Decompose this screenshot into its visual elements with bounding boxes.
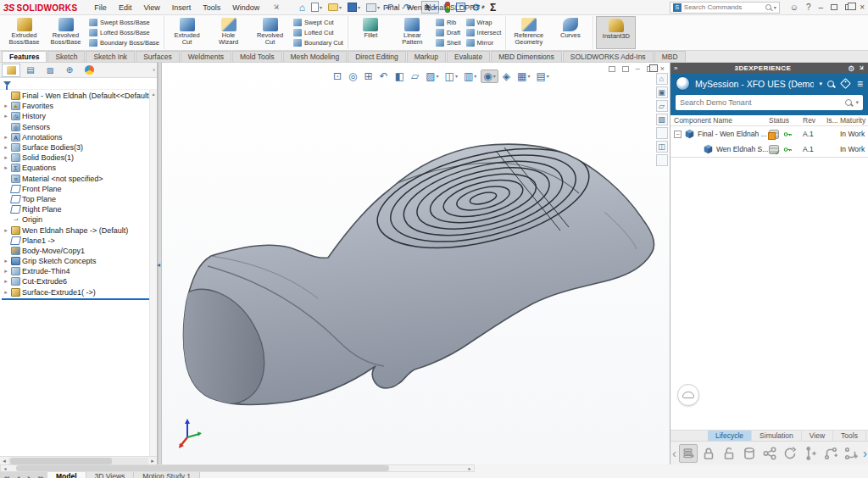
hscroll-thumb[interactable] xyxy=(16,465,389,471)
panel-gear-icon[interactable]: ⚙ xyxy=(848,64,854,73)
command-tab[interactable]: Evaluate xyxy=(447,51,490,62)
maximize-button[interactable] xyxy=(831,4,837,10)
command-search-input[interactable] xyxy=(684,3,763,11)
actions-scroll-right-icon[interactable]: › xyxy=(862,446,868,460)
restore-button[interactable] xyxy=(845,4,852,10)
command-tab[interactable]: Weldments xyxy=(181,51,231,62)
curves-button[interactable]: Curves xyxy=(550,16,590,49)
tree-item[interactable]: ▸ Solid Bodies(1) xyxy=(0,153,157,163)
sheet-tab[interactable]: 3D Views xyxy=(86,472,135,478)
branch-add-icon[interactable] xyxy=(842,444,860,463)
extruded-cut-button[interactable]: ExtrudedCut xyxy=(167,16,207,49)
ribbon-small-button[interactable]: Lofted Boss/Base xyxy=(87,28,161,37)
command-tab[interactable]: Surfaces xyxy=(136,51,180,62)
extruded-boss-base-button[interactable]: ExtrudedBoss/Base xyxy=(4,16,44,49)
pin-icon[interactable]: ✈ xyxy=(271,2,283,14)
command-tab[interactable]: Markup xyxy=(407,51,446,62)
component-row[interactable]: − Final - Wen Eldnah ... A.1 In Work xyxy=(670,126,868,142)
menu-item[interactable]: View xyxy=(138,2,164,14)
insert-component-icon[interactable] xyxy=(801,444,820,463)
nav-first-icon[interactable]: ◂◂ xyxy=(4,474,9,478)
undo-button[interactable]: ↶▾ xyxy=(386,3,398,13)
row-expander[interactable] xyxy=(693,146,700,153)
command-tab[interactable]: Mesh Modeling xyxy=(283,51,348,62)
expand-arrow-icon[interactable]: ▸ xyxy=(3,278,9,285)
tree-item[interactable]: Plane1 -> xyxy=(0,236,157,246)
col-status[interactable]: Status xyxy=(769,116,803,125)
col-is[interactable]: Is... xyxy=(826,116,840,125)
command-tab[interactable]: Mold Tools xyxy=(232,51,281,62)
part-box-icon[interactable]: ▣ xyxy=(656,86,668,98)
ribbon-small-button[interactable]: Swept Cut xyxy=(292,18,345,27)
hole-wizard-button[interactable]: HoleWizard xyxy=(209,16,248,49)
session-title[interactable]: MySession - XFO UES (Demo ... xyxy=(695,79,814,89)
ribbon-small-button[interactable]: Wrap xyxy=(465,18,504,27)
ribbon-small-button[interactable]: Intersect xyxy=(465,28,504,37)
tree-item[interactable]: ▸ Annotations xyxy=(0,132,157,142)
tree-item[interactable]: ▸ Grip Sketch Concepts xyxy=(0,256,157,266)
expand-arrow-icon[interactable]: ▸ xyxy=(3,289,9,296)
nav-next-icon[interactable]: ▸ xyxy=(28,474,31,478)
tree-item[interactable]: ▸ Surface Bodies(3) xyxy=(0,142,157,153)
command-tab[interactable]: Features xyxy=(2,51,47,62)
tree-scrollbar[interactable]: ▴ xyxy=(149,90,157,456)
graphics-viewport[interactable]: – × ⊡ ◎ ⊞ xyxy=(162,63,670,464)
tree-filter-row[interactable] xyxy=(0,78,157,90)
tenant-search-input[interactable] xyxy=(680,98,842,107)
col-rev[interactable]: Rev xyxy=(803,116,826,125)
panel-tab[interactable]: Lifecycle xyxy=(708,431,752,441)
expand-arrow-icon[interactable]: ▸ xyxy=(3,154,9,161)
tree-item[interactable]: Material <not specified> xyxy=(0,174,157,184)
col-component-name[interactable]: Component Name xyxy=(674,116,769,125)
ribbon-small-button[interactable]: Swept Boss/Base xyxy=(87,18,161,27)
scroll-track[interactable] xyxy=(8,458,148,464)
ribbon-small-button[interactable]: Shell xyxy=(434,38,463,47)
command-search[interactable]: S ▾ xyxy=(670,2,780,14)
command-tab[interactable]: Sketch Ink xyxy=(86,51,135,62)
scroll-left-icon[interactable]: ◂ xyxy=(0,458,8,464)
tree-item[interactable]: ▸ Extrude-Thin4 xyxy=(0,266,157,276)
rollback-bar[interactable] xyxy=(2,298,155,300)
tab-configurationmanager[interactable]: ▨ xyxy=(41,64,59,77)
revolved-boss-base-button[interactable]: RevolvedBoss/Base xyxy=(46,16,86,49)
shoe-last-3d-model[interactable] xyxy=(162,63,670,464)
nav-last-icon[interactable]: ▸▸ xyxy=(38,474,43,478)
tree-item[interactable]: Origin xyxy=(0,214,157,225)
actions-scroll-left-icon[interactable]: ‹ xyxy=(671,446,677,460)
command-tab[interactable]: SOLIDWORKS Add-Ins xyxy=(563,51,654,62)
home-button[interactable]: ⌂ xyxy=(299,3,305,13)
ribbon-small-button[interactable]: Boundary Boss/Base xyxy=(87,38,161,47)
equations-button[interactable]: Σ xyxy=(490,3,496,13)
panel-tab[interactable]: Simulation xyxy=(752,431,802,441)
tree-item[interactable]: Front Plane xyxy=(0,184,157,194)
tab-dimxpertmanager[interactable]: ⊕ xyxy=(60,64,79,77)
rebuild-button[interactable] xyxy=(445,2,450,13)
tree-item[interactable]: ▸ History xyxy=(0,111,157,121)
hamburger-menu-icon[interactable]: ≡ xyxy=(857,80,863,88)
tree-item[interactable]: Final - Wen Eldnah (Default<<Default>_Di… xyxy=(0,91,157,101)
tree-item[interactable]: ▸ Surface-Extrude1( ->) xyxy=(0,287,157,297)
ribbon-small-button[interactable]: Boundary Cut xyxy=(292,38,345,47)
menu-item[interactable]: File xyxy=(89,2,112,14)
tree-item[interactable]: Top Plane xyxy=(0,194,157,204)
fillet-button[interactable]: Fillet xyxy=(351,16,391,49)
print-button[interactable]: ▾ xyxy=(366,3,380,12)
home-icon[interactable]: ⌂ xyxy=(656,73,668,85)
ribbon-small-button[interactable]: Rib xyxy=(434,18,463,27)
search-caret-icon[interactable]: ▾ xyxy=(855,99,859,106)
ribbon-small-button[interactable]: Mirror xyxy=(465,38,504,47)
command-tab[interactable]: Direct Editing xyxy=(348,51,406,62)
expand-arrow-icon[interactable]: ▸ xyxy=(3,134,9,141)
expand-arrow-icon[interactable]: ▸ xyxy=(3,103,9,109)
save-to-3dexperience-icon[interactable] xyxy=(679,444,698,463)
expand-arrow-icon[interactable]: ▸ xyxy=(3,268,9,275)
tab-featuremanager[interactable] xyxy=(2,64,20,77)
close-button[interactable]: × xyxy=(860,3,865,12)
sheet-tab-nav[interactable]: ◂◂ ◂ ▸ ▸▸ xyxy=(0,472,47,478)
tag-icon[interactable] xyxy=(840,78,851,89)
panel-tab[interactable]: Tools xyxy=(833,431,866,441)
command-tab[interactable]: MBD Dimensions xyxy=(491,51,562,62)
menu-item[interactable]: Edit xyxy=(114,2,137,14)
col-maturity[interactable]: Maturity xyxy=(840,116,868,125)
tree-item[interactable]: Sensors xyxy=(0,122,157,132)
